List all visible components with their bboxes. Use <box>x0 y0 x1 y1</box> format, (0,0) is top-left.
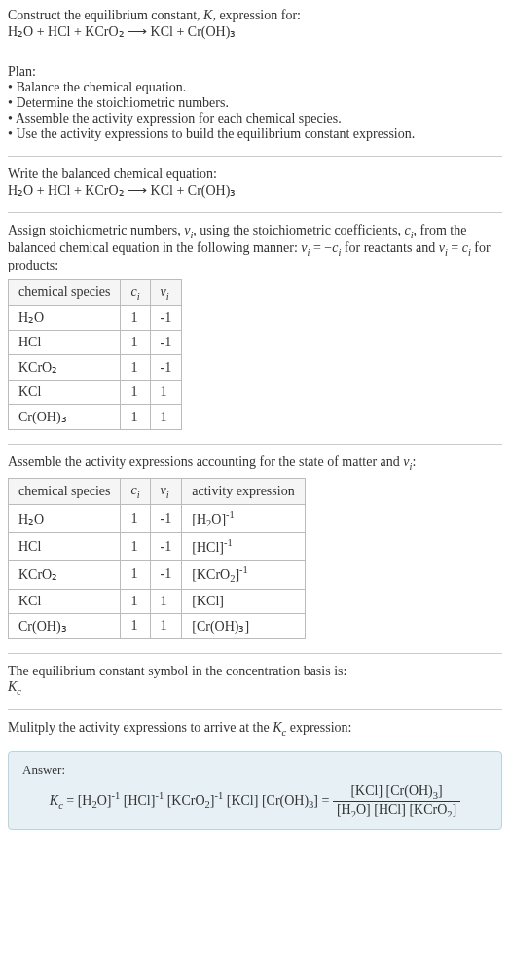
table-row: KCl 1 1 <box>9 381 182 405</box>
cell-ci: 1 <box>121 504 150 532</box>
cell-species: Cr(OH)₃ <box>9 405 121 430</box>
table-row: KCrO₂ 1 -1 [KCrO2]-1 <box>9 561 306 589</box>
symbol-line: The equilibrium constant symbol in the c… <box>8 664 502 679</box>
table-row: H₂O 1 -1 [H2O]-1 <box>9 504 306 532</box>
balanced-heading: Write the balanced chemical equation: <box>8 166 502 182</box>
cell-vi: -1 <box>150 306 182 331</box>
cell-species: KCl <box>9 589 121 613</box>
stoich-intro: Assign stoichiometric numbers, νi, using… <box>8 223 502 273</box>
cell-species: HCl <box>9 331 121 355</box>
cell-ci: 1 <box>121 561 150 589</box>
cell-species: KCl <box>9 381 121 405</box>
plan-heading: Plan: <box>8 64 502 80</box>
cell-ci: 1 <box>121 381 150 405</box>
answer-label: Answer: <box>22 762 488 778</box>
cell-ci: 1 <box>121 355 150 381</box>
table-row: HCl 1 -1 <box>9 331 182 355</box>
col-expr: activity expression <box>182 479 305 505</box>
activity-intro: Assemble the activity expressions accoun… <box>8 454 502 472</box>
cell-expr: [HCl]-1 <box>182 533 305 561</box>
activity-table: chemical species ci νi activity expressi… <box>8 478 306 638</box>
plan-bullet: • Balance the chemical equation. <box>8 80 502 95</box>
table-row: H₂O 1 -1 <box>9 306 182 331</box>
answer-expression: Kc = [H2O]-1 [HCl]-1 [KCrO2]-1 [KCl] [Cr… <box>22 783 488 819</box>
cell-species: H₂O <box>9 504 121 532</box>
cell-species: H₂O <box>9 306 121 331</box>
col-species: chemical species <box>9 479 121 505</box>
cell-species: HCl <box>9 533 121 561</box>
cell-species: KCrO₂ <box>9 355 121 381</box>
balanced-section: Write the balanced chemical equation: H₂… <box>8 166 502 199</box>
cell-expr: [H2O]-1 <box>182 504 305 532</box>
prompt-section: Construct the equilibrium constant, K, e… <box>8 8 502 40</box>
plan-bullet: • Use the activity expressions to build … <box>8 127 502 142</box>
table-header-row: chemical species ci νi <box>9 279 182 306</box>
symbol-kc: Kc <box>8 679 502 697</box>
cell-ci: 1 <box>121 533 150 561</box>
divider <box>8 54 502 54</box>
stoich-table: chemical species ci νi H₂O 1 -1 HCl 1 -1… <box>8 279 182 431</box>
divider <box>8 212 502 213</box>
prompt-equation: H₂O + HCl + KCrO₂ ⟶ KCl + Cr(OH)₃ <box>8 23 502 40</box>
plan-bullet: • Determine the stoichiometric numbers. <box>8 95 502 111</box>
answer-numerator: [KCl] [Cr(OH)3] <box>333 783 460 802</box>
balanced-equation: H₂O + HCl + KCrO₂ ⟶ KCl + Cr(OH)₃ <box>8 182 502 199</box>
activity-section: Assemble the activity expressions accoun… <box>8 454 502 638</box>
cell-expr: [KCl] <box>182 589 305 613</box>
cell-vi: 1 <box>150 381 182 405</box>
table-row: Cr(OH)₃ 1 1 <box>9 405 182 430</box>
cell-ci: 1 <box>121 306 150 331</box>
divider <box>8 156 502 157</box>
col-vi: νi <box>150 279 182 306</box>
cell-vi: 1 <box>150 405 182 430</box>
table-header-row: chemical species ci νi activity expressi… <box>9 479 306 505</box>
divider <box>8 709 502 710</box>
plan-bullet: • Assemble the activity expression for e… <box>8 111 502 127</box>
cell-ci: 1 <box>121 589 150 613</box>
stoich-section: Assign stoichiometric numbers, νi, using… <box>8 223 502 430</box>
divider <box>8 444 502 445</box>
cell-vi: -1 <box>150 533 182 561</box>
symbol-section: The equilibrium constant symbol in the c… <box>8 664 502 697</box>
col-vi: νi <box>150 479 182 505</box>
cell-ci: 1 <box>121 331 150 355</box>
cell-vi: -1 <box>150 331 182 355</box>
cell-ci: 1 <box>121 405 150 430</box>
cell-expr: [Cr(OH)₃] <box>182 613 305 638</box>
cell-vi: 1 <box>150 589 182 613</box>
table-row: HCl 1 -1 [HCl]-1 <box>9 533 306 561</box>
prompt-line: Construct the equilibrium constant, K, e… <box>8 8 502 23</box>
table-row: KCrO₂ 1 -1 <box>9 355 182 381</box>
cell-ci: 1 <box>121 613 150 638</box>
divider <box>8 653 502 654</box>
col-ci: ci <box>121 279 150 306</box>
multiply-section: Mulitply the activity expressions to arr… <box>8 720 502 738</box>
table-row: KCl 1 1 [KCl] <box>9 589 306 613</box>
cell-species: Cr(OH)₃ <box>9 613 121 638</box>
cell-vi: -1 <box>150 561 182 589</box>
cell-vi: -1 <box>150 355 182 381</box>
answer-denominator: [H2O] [HCl] [KCrO2] <box>333 802 460 819</box>
cell-expr: [KCrO2]-1 <box>182 561 305 589</box>
cell-vi: -1 <box>150 504 182 532</box>
answer-box: Answer: Kc = [H2O]-1 [HCl]-1 [KCrO2]-1 [… <box>8 751 502 830</box>
cell-vi: 1 <box>150 613 182 638</box>
col-ci: ci <box>121 479 150 505</box>
multiply-line: Mulitply the activity expressions to arr… <box>8 720 351 735</box>
cell-species: KCrO₂ <box>9 561 121 589</box>
plan-section: Plan: • Balance the chemical equation. •… <box>8 64 502 142</box>
table-row: Cr(OH)₃ 1 1 [Cr(OH)₃] <box>9 613 306 638</box>
col-species: chemical species <box>9 279 121 306</box>
